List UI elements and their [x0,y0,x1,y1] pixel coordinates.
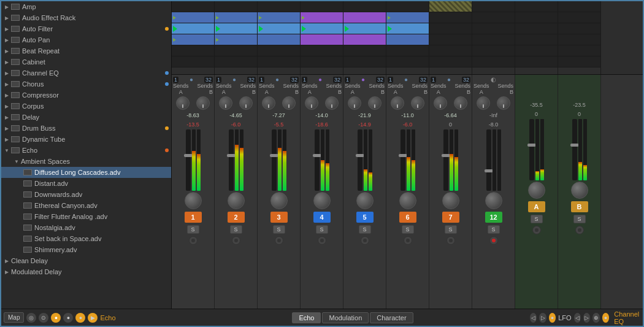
arm-button[interactable] [189,236,197,245]
clip-cell[interactable] [301,1,343,12]
arm-button[interactable] [232,236,240,245]
arm-button[interactable] [575,226,584,234]
prev-icon[interactable]: ◁ [574,313,581,323]
settings-icon[interactable]: ● [51,313,61,323]
clip-cell[interactable] [558,23,600,34]
clip-cell[interactable] [215,34,257,45]
clip-cell[interactable] [258,1,300,12]
sidebar-item-set-back[interactable]: Set back in Space.adv [1,233,171,244]
sidebar-item-drum-buss[interactable]: ▶ Drum Buss [1,123,171,134]
clip-cell[interactable] [515,23,558,34]
fader-handle[interactable] [270,154,278,157]
fader-handle[interactable] [313,154,321,157]
fader-track[interactable] [443,129,448,191]
fader-handle[interactable] [570,144,579,147]
clip-cell[interactable] [429,23,472,34]
clip-cell[interactable] [386,1,429,12]
sidebar-item-compressor[interactable]: ▶ Compressor [1,90,171,101]
volume-knob[interactable] [228,192,245,209]
fader-handle[interactable] [485,169,493,172]
send-b-knob[interactable] [239,96,253,110]
send-b-knob[interactable] [325,96,339,110]
clip-cell[interactable] [343,23,386,34]
channel-eq-icon[interactable]: ● [602,313,609,323]
arm-button[interactable] [318,236,326,245]
clip-cell[interactable] [515,45,558,56]
clip-cell[interactable] [515,12,558,23]
volume-knob[interactable] [185,192,202,209]
send-a-knob[interactable] [305,96,318,110]
clip-cell[interactable] [429,12,472,23]
forward-icon[interactable]: ▷ [539,313,546,323]
send-b-knob[interactable] [368,96,381,110]
send-b-knob[interactable] [196,96,210,110]
solo-button[interactable]: S [488,225,500,234]
clip-cell[interactable] [343,56,386,67]
clip-cell[interactable] [343,12,386,23]
sidebar-item-chorus[interactable]: ▶ Chorus [1,79,171,90]
arm-button[interactable] [361,236,369,245]
tab-modulation[interactable]: Modulation [322,312,369,323]
clip-cell[interactable] [429,56,472,67]
clip-cell[interactable] [472,1,515,12]
clip-cell[interactable] [429,34,472,45]
sidebar-item-clean-delay[interactable]: ▶ Clean Delay [1,255,171,266]
fader-handle[interactable] [227,154,236,157]
clip-cell[interactable] [301,34,343,45]
clip-cell[interactable] [172,1,214,12]
channel-number[interactable]: 1 [185,212,202,223]
clip-cell[interactable] [172,45,214,56]
more-icon[interactable]: ⊕ [592,313,599,323]
channel-number[interactable]: 3 [270,212,288,223]
sync-icon[interactable]: ● [75,313,85,323]
sidebar-item-echo[interactable]: ▼ Echo [1,145,171,156]
clip-cell[interactable] [472,45,515,56]
fader-track[interactable] [315,129,320,191]
clip-cell[interactable] [215,56,257,67]
fader-track[interactable] [529,119,534,180]
clip-cell[interactable] [515,56,558,67]
fader-track[interactable] [401,129,405,191]
sidebar-item-beat-repeat[interactable]: ▶ Beat Repeat [1,45,171,56]
fader-handle[interactable] [442,154,450,157]
fader-handle[interactable] [527,144,536,147]
sidebar-item-ethereal-canyon[interactable]: Ethereal Canyon.adv [1,200,171,211]
send-b-knob[interactable] [454,96,467,110]
fader-track[interactable] [572,119,577,180]
send-a-knob[interactable] [176,96,190,110]
sidebar-item-dynamic-tube[interactable]: ▶ Dynamic Tube [1,134,171,145]
sidebar-item-channel-eq[interactable]: ▶ Channel EQ [1,67,171,79]
clip-cell[interactable] [429,45,472,56]
clip-cell[interactable] [558,34,600,45]
solo-button[interactable]: S [187,225,199,234]
clip-cell[interactable] [343,1,386,12]
clip-cell[interactable] [258,56,300,67]
clip-cell[interactable] [386,45,429,56]
clip-cell[interactable] [429,1,472,12]
arm-button[interactable] [489,236,498,245]
midi-icon[interactable]: ◎ [26,313,36,323]
sidebar-item-auto-pan[interactable]: ▶ Auto Pan [1,34,171,45]
channel-number[interactable]: 6 [399,212,416,223]
sidebar-item-downwards[interactable]: Downwards.adv [1,189,171,200]
clip-cell[interactable] [172,34,214,45]
clip-cell[interactable] [343,45,386,56]
sidebar-item-audio-effect-rack[interactable]: ▶ Audio Effect Rack [1,12,171,23]
solo-button[interactable]: S [402,225,414,234]
channel-number[interactable]: 2 [228,212,245,223]
clip-cell[interactable] [172,23,214,34]
clip-cell[interactable] [258,34,300,45]
fader-handle[interactable] [356,154,364,157]
send-b-knob[interactable] [411,96,424,110]
send-a-knob[interactable] [262,96,275,110]
send-a-knob[interactable] [391,96,404,110]
clip-cell[interactable] [386,23,429,34]
back-icon[interactable]: ◁ [530,313,537,323]
clip-cell[interactable] [558,1,600,12]
sidebar-item-auto-filter[interactable]: ▶ Auto Filter [1,23,171,34]
volume-knob[interactable] [485,192,502,209]
fader-handle[interactable] [399,154,407,157]
clip-cell[interactable] [172,12,214,23]
volume-knob[interactable] [270,192,288,209]
lfo-icon[interactable]: ● [549,313,556,323]
